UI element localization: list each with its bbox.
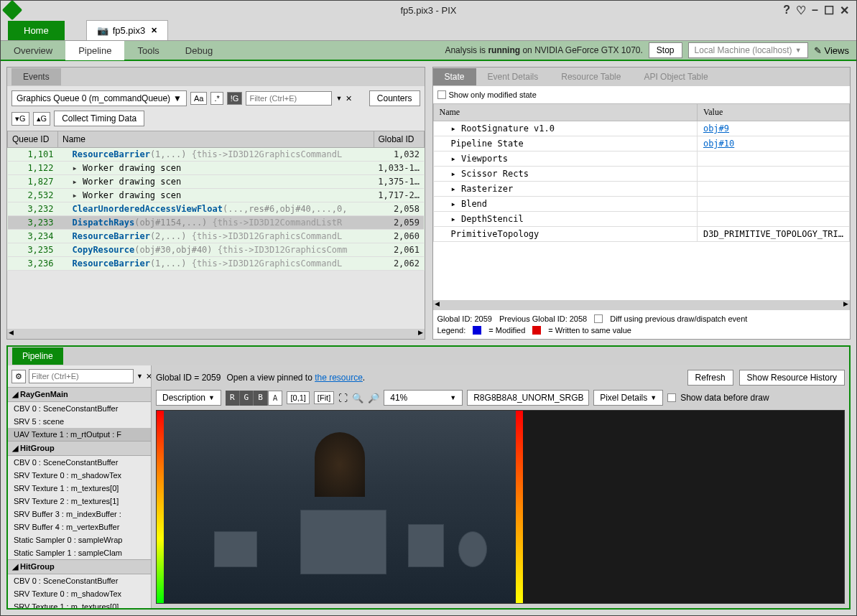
r-toggle[interactable]: R [226, 391, 240, 406]
table-row[interactable]: 3,235CopyResource(obj#30,obj#40) {this->… [8, 243, 425, 257]
tree-item[interactable]: SRV Texture 0 : m_shadowTex [8, 587, 151, 600]
show-before-checkbox[interactable] [667, 393, 676, 402]
ig-toggle[interactable]: !G [227, 92, 243, 105]
tab-close-icon[interactable]: ✕ [151, 26, 157, 35]
tab-resource-table[interactable]: Resource Table [550, 68, 632, 85]
tree-item[interactable]: SRV 5 : scene [8, 415, 151, 428]
table-row[interactable]: 3,232ClearUnorderedAccessViewFloat(...,r… [8, 202, 425, 216]
tree-item[interactable]: SRV Texture 1 : m_textures[0] [8, 600, 151, 608]
filter-dd-icon[interactable]: ▼ [136, 373, 143, 380]
events-table[interactable]: Queue ID Name Global ID 1,101ResourceBar… [7, 131, 425, 271]
case-toggle[interactable]: Aa [190, 92, 207, 105]
timing-button[interactable]: Collect Timing Data [54, 111, 144, 126]
zoom-out-icon[interactable]: 🔍 [352, 393, 363, 403]
tree-item[interactable]: CBV 0 : SceneConstantBuffer [8, 456, 151, 469]
views-button[interactable]: ✎ Views [814, 45, 849, 56]
queue-dropdown[interactable]: Graphics Queue 0 (m_commandQueue)▼ [11, 90, 187, 106]
state-col-name[interactable]: Name [433, 104, 697, 121]
tab-state[interactable]: State [433, 68, 476, 85]
zoom-in-icon[interactable]: 🔎 [368, 393, 379, 403]
table-row[interactable]: 1,122▸ Worker drawing scen1,033-1… [8, 162, 425, 175]
table-row[interactable]: PrimitiveTopologyD3D_PRIMITIVE_TOPOLOGY_… [433, 227, 850, 242]
filter-dropdown-icon[interactable]: ▼ [335, 95, 342, 102]
scroll-right-icon[interactable]: ▶ [418, 329, 423, 339]
resource-link[interactable]: the resource [315, 373, 363, 383]
tab-debug[interactable]: Debug [172, 41, 226, 60]
fit-button[interactable]: [Fit] [314, 391, 334, 404]
col-global-id[interactable]: Global ID [374, 131, 424, 148]
show-history-button[interactable]: Show Resource History [739, 370, 845, 386]
tree-item[interactable]: Static Sampler 1 : sampleClam [8, 546, 151, 559]
tree-group[interactable]: ◢ HitGroup [8, 559, 151, 574]
diff-checkbox[interactable] [594, 314, 603, 323]
pipeline-panel: Pipeline ▼ ◢ RayGenMainCBV 0 : SceneCons… [6, 345, 851, 610]
table-row[interactable]: 2,532▸ Worker drawing scen1,717-2… [8, 189, 425, 202]
table-row[interactable]: 3,236ResourceBarrier(1,...) {this->ID3D1… [8, 257, 425, 271]
scroll-left-icon[interactable]: ◀ [9, 329, 14, 339]
table-row[interactable]: ▸ Blend [433, 197, 850, 212]
state-col-value[interactable]: Value [697, 104, 849, 121]
a-toggle[interactable]: A [268, 391, 283, 406]
events-filter-input[interactable] [246, 91, 332, 106]
table-row[interactable]: ▸ RootSignature v1.0obj#9 [433, 121, 850, 136]
tab-home[interactable]: Home [8, 21, 65, 40]
format-dropdown[interactable]: R8G8B8A8_UNORM_SRGB [467, 390, 589, 406]
down-g-button[interactable]: ▾G [11, 112, 29, 126]
tree-item[interactable]: UAV Texture 1 : m_rtOutput : F [8, 428, 151, 441]
tab-event-details[interactable]: Event Details [476, 68, 550, 85]
tree-item[interactable]: SRV Texture 2 : m_textures[1] [8, 495, 151, 508]
rgb-toggles[interactable]: R G B A [226, 391, 283, 406]
col-queue-id[interactable]: Queue ID [8, 131, 58, 148]
up-g-button[interactable]: ▴G [33, 112, 51, 126]
clear-filter-icon[interactable] [346, 93, 352, 103]
pipeline-filter-input[interactable] [29, 369, 134, 383]
tree-group[interactable]: ◢ RayGenMain [8, 387, 151, 402]
table-row[interactable]: 3,234ResourceBarrier(2,...) {this->ID3D1… [8, 230, 425, 243]
h-scrollbar[interactable]: ◀ ▶ [7, 329, 425, 339]
table-row[interactable]: ▸ Rasterizer [433, 182, 850, 197]
range-button[interactable]: [0,1] [287, 391, 309, 404]
table-row[interactable]: ▸ Scissor Rects [433, 167, 850, 182]
tree-item[interactable]: Static Sampler 0 : sampleWrap [8, 533, 151, 546]
tab-tools[interactable]: Tools [124, 41, 172, 60]
table-row[interactable]: 1,101ResourceBarrier(1,...) {this->ID3D1… [8, 148, 425, 162]
tree-item[interactable]: SRV Buffer 3 : m_indexBuffer : [8, 508, 151, 521]
table-row[interactable]: 1,827▸ Worker drawing scen1,375-1… [8, 175, 425, 189]
image-view[interactable] [156, 410, 845, 604]
tree-group[interactable]: ◢ HitGroup [8, 441, 151, 456]
tree-item[interactable]: CBV 0 : SceneConstantBuffer [8, 574, 151, 587]
table-row[interactable]: 3,233DispatchRays(obj#1154,...) {this->I… [8, 216, 425, 230]
tab-pipeline[interactable]: Pipeline [65, 40, 124, 60]
table-row[interactable]: ▸ DepthStencil [433, 212, 850, 227]
counters-button[interactable]: Counters [369, 90, 420, 106]
regex-toggle[interactable]: .* [210, 92, 223, 105]
machine-dropdown[interactable]: Local Machine (localhost)▼ [688, 42, 808, 58]
expand-icon[interactable]: ⛶ [338, 393, 348, 403]
state-h-scrollbar[interactable]: ◀▶ [433, 300, 851, 310]
table-row[interactable]: Pipeline Stateobj#10 [433, 136, 850, 151]
refresh-button[interactable]: Refresh [687, 370, 733, 386]
stop-button[interactable]: Stop [649, 42, 682, 58]
col-name[interactable]: Name [58, 131, 374, 148]
tab-api-object-table[interactable]: API Object Table [632, 68, 719, 85]
pipeline-info-text: Open a view pinned to the resource. [226, 373, 365, 383]
tree-item[interactable]: CBV 0 : SceneConstantBuffer [8, 402, 151, 415]
g-toggle[interactable]: G [240, 391, 254, 406]
diff-label: Diff using previous draw/dispatch event [610, 314, 747, 323]
pixel-details-dropdown[interactable]: Pixel Details▼ [593, 390, 663, 406]
pipeline-clear-filter-icon[interactable] [146, 371, 152, 381]
state-table[interactable]: Name Value ▸ RootSignature v1.0obj#9Pipe… [433, 103, 851, 242]
table-row[interactable]: ▸ Viewports [433, 151, 850, 167]
description-dropdown[interactable]: Description▼ [156, 390, 221, 406]
show-modified-checkbox[interactable] [437, 90, 446, 99]
b-toggle[interactable]: B [254, 391, 268, 406]
gear-icon[interactable] [11, 370, 26, 383]
tree-item[interactable]: SRV Buffer 4 : m_vertexBuffer [8, 521, 151, 533]
pipeline-tree[interactable]: ◢ RayGenMainCBV 0 : SceneConstantBufferS… [8, 387, 151, 608]
tree-item[interactable]: SRV Texture 0 : m_shadowTex [8, 469, 151, 482]
tree-item[interactable]: SRV Texture 1 : m_textures[0] [8, 482, 151, 495]
zoom-dropdown[interactable]: 41%▼ [384, 390, 463, 406]
tab-file[interactable]: 📷 fp5.pix3 ✕ [86, 20, 169, 40]
legend-label: Legend: [437, 326, 466, 335]
tab-overview[interactable]: Overview [1, 41, 65, 60]
